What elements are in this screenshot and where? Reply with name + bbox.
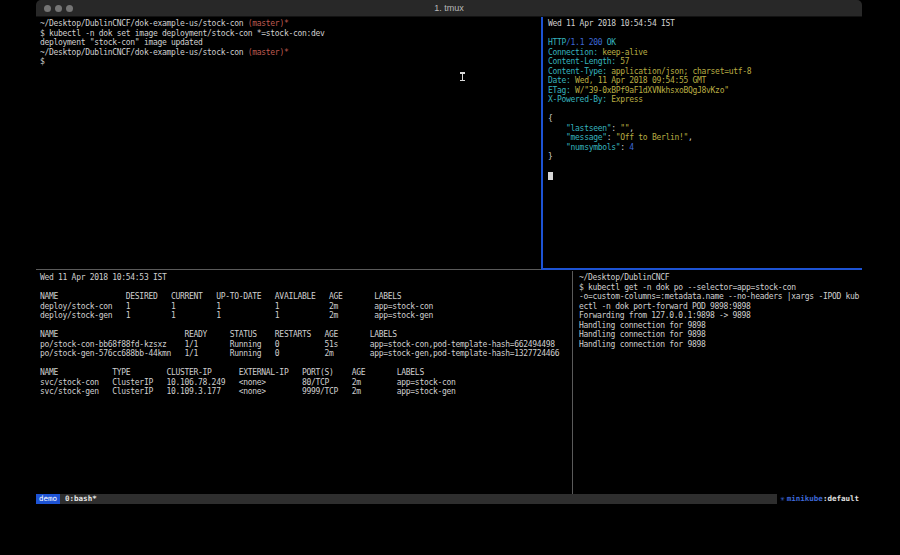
tmux-status-bar: demo 0:bash* ✳ minikube :default (36, 494, 862, 504)
terminal-line: deploy/stock-con 1 1 1 1 2m app=stock-co… (40, 302, 567, 312)
text-cursor (548, 172, 553, 180)
terminal-text: ETag: (548, 86, 571, 95)
terminal-line: Handling connection for 9898 (579, 330, 858, 340)
terminal-text: $ kubectl get -n dok po --selector=app=s… (579, 283, 796, 292)
terminal-line (40, 321, 567, 331)
terminal-text: "Off to Berlin!" (616, 133, 688, 142)
terminal-text: NAME TYPE CLUSTER-IP EXTERNAL-IP PORT(S)… (40, 368, 424, 377)
terminal-line: Content-Length: 57 (548, 57, 858, 67)
window-titlebar: 1. tmux (36, 0, 862, 17)
close-button[interactable] (44, 5, 51, 12)
terminal-text: 4 (629, 143, 634, 152)
terminal-text: NAME DESIRED CURRENT UP-TO-DATE AVAILABL… (40, 292, 401, 301)
terminal-line (548, 29, 858, 39)
terminal-text: svc/stock-gen ClusterIP 10.109.3.177 <no… (40, 387, 456, 396)
terminal-line (548, 162, 858, 172)
terminal-line: Connection: keep-alive (548, 48, 858, 58)
terminal-line: Wed 11 Apr 2018 10:54:53 IST (40, 273, 567, 283)
terminal-text: X-Powered-By: (548, 95, 607, 104)
pane-port-forward-output[interactable]: ~/Desktop/DublinCNCF$ kubectl get -n dok… (575, 271, 862, 494)
kubernetes-helm-icon: ✳ (780, 494, 785, 504)
terminal-line: po/stock-gen-576cc688bb-44kmn 1/1 Runnin… (40, 349, 567, 359)
pane-http-response[interactable]: Wed 11 Apr 2018 10:54:54 IST HTTP/1.1 20… (544, 17, 862, 267)
terminal-line: ETag: W/"39-0xBPf9aF1dXVNkhsxoBQgJ8vKzo" (548, 86, 858, 96)
terminal-line: po/stock-con-bb68f88fd-kzsxz 1/1 Running… (40, 340, 567, 350)
terminal-text: Connection: (548, 48, 598, 57)
terminal-text: } (548, 152, 553, 161)
terminal-text: , (688, 133, 693, 142)
terminal-text: "message" (548, 133, 607, 142)
terminal-text: ~/Desktop/DublinCNCF/dok-example-us/stoc… (40, 48, 248, 57)
terminal-text: Handling connection for 9898 (579, 330, 705, 339)
terminal-text: ~/Desktop/DublinCNCF (579, 273, 669, 282)
terminal-text: "lastseen" (548, 124, 611, 133)
terminal-text: : (611, 124, 620, 133)
terminal-line (40, 359, 567, 369)
terminal-line: $ (40, 57, 536, 67)
terminal-text: OK (602, 38, 616, 47)
terminal-line: deployment "stock-con" image updated (40, 38, 536, 48)
terminal-text: Handling connection for 9898 (579, 340, 705, 349)
terminal-text: /1.1 200 (566, 38, 602, 47)
terminal-line: Handling connection for 9898 (579, 340, 858, 350)
kube-context-label: minikube (787, 494, 823, 504)
terminal-text: po/stock-gen-576cc688bb-44kmn 1/1 Runnin… (40, 349, 559, 358)
minimize-button[interactable] (55, 5, 62, 12)
terminal-text: Wed, 11 Apr 2018 09:54:55 GMT (571, 76, 707, 85)
terminal-line: -o=custom-columns=:metadata.name --no-he… (579, 292, 858, 302)
terminal-text: Handling connection for 9898 (579, 321, 705, 330)
terminal-text: deploy/stock-gen 1 1 1 1 2m app=stock-ge… (40, 311, 433, 320)
pane-kubectl-get-output[interactable]: Wed 11 Apr 2018 10:54:53 IST NAME DESIRE… (36, 271, 571, 494)
terminal-text: "numsymbols" (548, 143, 620, 152)
terminal-text: Express (607, 95, 643, 104)
mouse-pointer-ibeam-icon (460, 72, 465, 81)
terminal-line: X-Powered-By: Express (548, 95, 858, 105)
terminal-line: ~/Desktop/DublinCNCF/dok-example-us/stoc… (40, 19, 536, 29)
terminal-text: Forwarding from 127.0.0.1:9898 -> 9898 (579, 311, 751, 320)
session-name-badge[interactable]: demo (36, 494, 60, 504)
terminal-line: ~/Desktop/DublinCNCF/dok-example-us/stoc… (40, 48, 536, 58)
terminal-line: NAME READY STATUS RESTARTS AGE LABELS (40, 330, 567, 340)
terminal-text: NAME READY STATUS RESTARTS AGE LABELS (40, 330, 397, 339)
status-window-name[interactable]: 0:bash* (65, 494, 97, 504)
terminal-text: keep-alive (598, 48, 648, 57)
terminal-text: W/"39-0xBPf9aF1dXVNkhsxoBQgJ8vKzo" (571, 86, 729, 95)
terminal-text: Wed 11 Apr 2018 10:54:53 IST (40, 273, 166, 282)
terminal-window: 1. tmux ~/Desktop/DublinCNCF/dok-example… (36, 0, 862, 504)
terminal-line: HTTP/1.1 200 OK (548, 38, 858, 48)
terminal-line: } (548, 152, 858, 162)
terminal-line: NAME TYPE CLUSTER-IP EXTERNAL-IP PORT(S)… (40, 368, 567, 378)
terminal-line: NAME DESIRED CURRENT UP-TO-DATE AVAILABL… (40, 292, 567, 302)
status-left-segment: demo 0:bash* (36, 494, 97, 504)
terminal-line: "message": "Off to Berlin!", (548, 133, 858, 143)
terminal-line: ~/Desktop/DublinCNCF (579, 273, 858, 283)
terminal-line: $ kubectl get -n dok po --selector=app=s… (579, 283, 858, 293)
terminal-text: deploy/stock-con 1 1 1 1 2m app=stock-co… (40, 302, 433, 311)
terminal-text: po/stock-con-bb68f88fd-kzsxz 1/1 Running… (40, 340, 555, 349)
terminal-text: Content-Type: (548, 67, 607, 76)
terminal-text: -o=custom-columns=:metadata.name --no-he… (579, 292, 791, 302)
terminal-text: "" (620, 124, 629, 133)
zoom-button[interactable] (66, 5, 73, 12)
terminal-line (548, 171, 858, 181)
terminal-line: Date: Wed, 11 Apr 2018 09:54:55 GMT (548, 76, 858, 86)
terminal-text: $ (40, 57, 45, 66)
terminal-text: HTTP (548, 38, 566, 47)
terminal-text: (master)* (248, 19, 289, 28)
status-right-segment: ✳ minikube :default (777, 494, 862, 504)
window-title: 1. tmux (36, 3, 862, 13)
terminal-text: { (548, 114, 553, 123)
terminal-line: Forwarding from 127.0.0.1:9898 -> 9898 (579, 311, 858, 321)
terminal-text: ~/Desktop/DublinCNCF/dok-example-us/stoc… (40, 19, 248, 28)
terminal-text: 57 (616, 57, 630, 66)
terminal-text: : (620, 143, 629, 152)
pane-shell-top-left[interactable]: ~/Desktop/DublinCNCF/dok-example-us/stoc… (36, 17, 540, 267)
terminal-text: Wed 11 Apr 2018 10:54:54 IST (548, 19, 674, 28)
kube-namespace-label: :default (823, 494, 859, 504)
terminal-line: deploy/stock-gen 1 1 1 1 2m app=stock-ge… (40, 311, 567, 321)
terminal-line: svc/stock-con ClusterIP 10.106.78.249 <n… (40, 378, 567, 388)
tmux-session-area: ~/Desktop/DublinCNCF/dok-example-us/stoc… (36, 17, 862, 494)
terminal-text: (master)* (248, 48, 289, 57)
traffic-lights (44, 0, 73, 16)
terminal-line (40, 283, 567, 293)
